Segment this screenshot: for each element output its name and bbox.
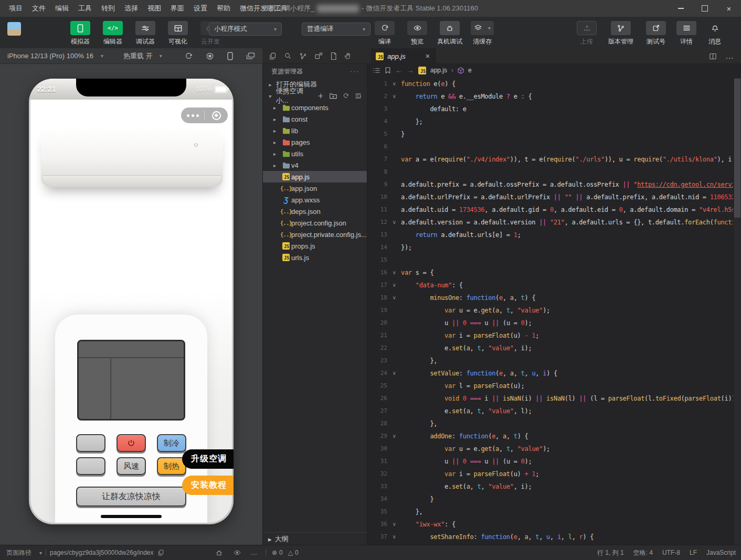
remote-blank-button-2[interactable] — [76, 457, 105, 475]
copy-files-icon[interactable] — [269, 52, 277, 60]
code-line-24[interactable]: 24∨ setValue: function(e, a, t, u, i) { — [367, 367, 734, 380]
folder-item-utils[interactable]: ▸utils — [263, 148, 367, 159]
record-screen-icon[interactable] — [206, 52, 214, 60]
compile-button[interactable]: 编译 — [372, 21, 398, 46]
code-line-11[interactable]: 11a.default.uid = 1734536, a.default.gid… — [367, 203, 734, 216]
upload-button[interactable]: 上传 — [574, 21, 599, 46]
code-line-28[interactable]: 28 }, — [367, 417, 734, 430]
fold-chevron-icon[interactable]: ∨ — [387, 279, 401, 292]
fold-chevron-icon[interactable]: ∨ — [387, 292, 401, 304]
code-line-12[interactable]: 12∨a.default.version = a.default.version… — [367, 216, 734, 229]
clear-cache-button[interactable]: ▾ 清缓存 — [469, 21, 495, 46]
power-button[interactable] — [117, 434, 146, 452]
code-line-32[interactable]: 32 var i = parseFloat(u) + 1; — [367, 468, 734, 480]
code-line-3[interactable]: 3 default: e — [367, 103, 734, 115]
folder-item-pages[interactable]: ▸pages — [263, 136, 367, 148]
outline-toggle-icon[interactable] — [373, 67, 380, 74]
version-control-button[interactable]: 版本管理 — [605, 21, 637, 46]
breadcrumb-file[interactable]: app.js — [430, 67, 447, 74]
cursor-position[interactable]: 行 1, 列 1 — [597, 548, 624, 557]
close-target-icon[interactable] — [205, 111, 228, 120]
breadcrumb-symbol[interactable]: e — [468, 67, 472, 74]
file-icon[interactable] — [330, 52, 337, 60]
code-line-37[interactable]: 37∨ setShareInfo: function(e, a, t, u, i… — [367, 531, 734, 543]
file-item-app-wxss[interactable]: Ʒapp.wxss — [263, 194, 367, 206]
code-line-2[interactable]: 2∨ return e && e.__esModule ? e : { — [367, 90, 734, 103]
device-debug-button[interactable]: 真机调试 — [437, 21, 463, 46]
language-indicator[interactable]: JavaScript — [706, 549, 736, 556]
indent-setting[interactable]: 空格: 4 — [633, 548, 653, 557]
fold-chevron-icon[interactable]: ∨ — [387, 367, 401, 380]
menu-item[interactable]: 项目 — [4, 0, 27, 17]
menu-item[interactable]: 选择 — [120, 0, 143, 17]
file-item-project-private-config-js-[interactable]: {..}project.private.config.js... — [263, 229, 367, 240]
copy-path-icon[interactable] — [157, 549, 164, 556]
code-line-18[interactable]: 18∨ minusOne: function(e, a, t) { — [367, 292, 734, 304]
compile-mode-select[interactable]: 普通编译 ▾ — [302, 23, 370, 36]
install-tutorial-badge[interactable]: 安装教程 — [182, 476, 234, 495]
new-file-icon[interactable] — [317, 93, 324, 99]
fold-chevron-icon[interactable]: ∨ — [387, 266, 401, 279]
code-line-25[interactable]: 25 var l = parseFloat(u); — [367, 380, 734, 392]
refresh-explorer-icon[interactable] — [343, 93, 349, 99]
project-root-section[interactable]: ▾ 便携空调小... — [263, 90, 367, 102]
minimize-button[interactable] — [669, 0, 693, 17]
code-line-15[interactable]: 15 — [367, 254, 734, 266]
eol-indicator[interactable]: LF — [690, 549, 697, 556]
close-button[interactable]: × — [717, 0, 741, 17]
fold-chevron-icon[interactable]: ∨ — [387, 78, 401, 90]
preview-statusbar-icon[interactable] — [233, 545, 241, 560]
file-item-project-config-json[interactable]: {..}project.config.json — [263, 217, 367, 229]
code-line-14[interactable]: 14}); — [367, 241, 734, 254]
page-path-value[interactable]: pages/cbygz9da3j50000dw26g/index — [50, 549, 154, 556]
multi-window-icon[interactable] — [246, 52, 255, 60]
share-node-icon[interactable] — [299, 52, 307, 60]
code-line-5[interactable]: 5} — [367, 128, 734, 141]
fold-chevron-icon[interactable]: ∨ — [387, 518, 401, 531]
new-folder-icon[interactable] — [330, 93, 337, 99]
debugger-toggle[interactable]: 调试器 — [131, 21, 160, 46]
code-line-34[interactable]: 34 } — [367, 493, 734, 505]
file-item-app-js[interactable]: JSapp.js — [263, 171, 367, 182]
user-avatar[interactable] — [7, 22, 21, 36]
page-path-label[interactable]: 页面路径 — [6, 548, 31, 557]
fold-chevron-icon[interactable]: ∨ — [387, 90, 401, 103]
file-item-props-js[interactable]: JSprops.js — [263, 240, 367, 252]
messages-button[interactable]: 消息 — [703, 21, 726, 46]
code-line-26[interactable]: 26 void 0 === i || isNaN(i) || isNaN(l) … — [367, 392, 734, 405]
code-line-19[interactable]: 19 var u = e.get(a, t, "value"); — [367, 304, 734, 317]
file-item-deps-json[interactable]: {..}deps.json — [263, 206, 367, 217]
outline-section[interactable]: ▸ 大纲 — [263, 532, 367, 545]
code-line-10[interactable]: 10a.default.urlPrefix = a.default.urlPre… — [367, 191, 734, 203]
code-line-21[interactable]: 21 var i = parseFloat(u) - 1; — [367, 329, 734, 342]
code-line-22[interactable]: 22 e.set(a, t, "value", i); — [367, 342, 734, 354]
code-line-9[interactable]: 9a.default.prefix = a.default.ossPrefix … — [367, 178, 734, 191]
menu-item[interactable]: 设置 — [189, 0, 212, 17]
folder-item-lib[interactable]: ▸lib — [263, 125, 367, 136]
device-selector[interactable]: iPhone 12/13 (Pro) 100% 16 ▾ — [0, 52, 103, 60]
code-line-4[interactable]: 4 }; — [367, 115, 734, 128]
cool-button[interactable]: 制冷 — [157, 434, 186, 452]
more-statusbar-icon[interactable]: … — [251, 545, 258, 560]
code-line-30[interactable]: 30 var u = e.get(a, t, "value"); — [367, 443, 734, 455]
preview-button[interactable]: 预览 — [404, 21, 430, 46]
scrollbar-thumb[interactable] — [734, 79, 740, 218]
hot-reload-selector[interactable]: 热重载 开 ▾ — [123, 51, 162, 61]
more-actions-icon[interactable]: … — [725, 51, 735, 61]
maximize-button[interactable] — [693, 0, 717, 17]
problems-indicator[interactable]: ⊗0 △0 — [272, 545, 299, 560]
code-line-13[interactable]: 13 return a.default.urls[e] = 1; — [367, 229, 734, 241]
hand-icon[interactable] — [344, 52, 352, 60]
code-line-7[interactable]: 7var a = e(require("./v4/index")), t = e… — [367, 153, 734, 166]
code-line-8[interactable]: 8 — [367, 166, 734, 178]
upgrade-badge[interactable]: 升级空调 — [182, 449, 234, 469]
details-button[interactable]: 详情 — [675, 21, 698, 46]
code-line-35[interactable]: 35 }, — [367, 505, 734, 518]
tab-app-js[interactable]: JS app.js × — [370, 48, 436, 64]
encoding-indicator[interactable]: UTF-8 — [662, 549, 680, 556]
mode-select[interactable]: 小程序模式 ▾ — [209, 23, 282, 36]
fold-chevron-icon[interactable]: ∨ — [387, 216, 401, 229]
folder-item-v4[interactable]: ▸v4 — [263, 159, 367, 171]
explorer-more-icon[interactable]: ··· — [350, 68, 359, 75]
visualizer-toggle[interactable]: 可视化 — [164, 21, 192, 46]
